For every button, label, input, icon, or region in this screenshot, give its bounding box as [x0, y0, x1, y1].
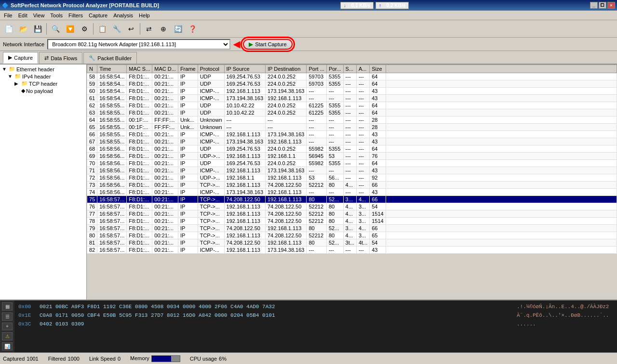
table-cell: 70 — [87, 160, 97, 167]
menu-edit[interactable]: Edit — [15, 12, 30, 19]
menu-capture[interactable]: Capture — [86, 12, 110, 19]
table-row[interactable]: 7916:58:57...F8:D1:...00:21:...IPTCP->..… — [87, 225, 617, 232]
table-cell: 00:21:... — [152, 210, 178, 218]
help-button[interactable]: ❓ — [186, 22, 199, 36]
table-cell: 66 — [370, 196, 386, 203]
hex-icon-2[interactable]: ☰ — [2, 312, 13, 321]
table-row[interactable]: 8016:58:57...F8:D1:...00:21:...IPTCP->..… — [87, 232, 617, 239]
table-row[interactable]: 7616:58:57...F8:D1:...00:21:...IPTCP->..… — [87, 203, 617, 210]
hex-icon-1[interactable]: ▦ — [2, 302, 13, 311]
table-cell: 72 — [87, 174, 97, 182]
col-ipsrc[interactable]: IP Source — [224, 65, 265, 73]
new-button[interactable]: 📄 — [2, 22, 15, 36]
details-button[interactable]: 📋 — [95, 22, 109, 36]
table-cell: IP — [178, 160, 198, 167]
open-button[interactable]: 📂 — [16, 22, 30, 36]
table-row[interactable]: 6016:58:54...F8:D1:...00:21:...IPICMP-..… — [87, 88, 617, 95]
col-protocol[interactable]: Protocol — [198, 65, 224, 73]
table-cell: 65 — [87, 124, 97, 131]
network-interface-select[interactable]: Broadcom 802.11g Network Adapter [192.16… — [47, 39, 230, 50]
table-cell — [386, 131, 617, 138]
table-row[interactable]: 8216:58:57...F8:D1:...00:21:...IPICMP-..… — [87, 247, 617, 254]
table-row[interactable]: 7416:58:56...F8:D1:...00:21:...IPICMP-..… — [87, 189, 617, 196]
col-port2[interactable]: Por... — [326, 65, 343, 73]
menu-help[interactable]: Help — [136, 12, 153, 19]
stop-button[interactable]: ⊕ — [157, 22, 170, 36]
table-cell: F8:D1:... — [127, 95, 152, 102]
table-row[interactable]: 7116:58:56...F8:D1:...00:21:...IPICMP-..… — [87, 167, 617, 174]
hex-icon-3[interactable]: + — [2, 323, 13, 331]
memory-label: Memory — [130, 355, 149, 362]
status-captured: Captured 1001 — [3, 356, 39, 362]
tab-data-flows[interactable]: ⇄ Data Flows — [39, 52, 82, 64]
menu-view[interactable]: View — [30, 12, 48, 19]
col-s[interactable]: S... — [343, 65, 356, 73]
table-row[interactable]: 5816:58:54...F8:D1:...00:21:...IPUDP169.… — [87, 73, 617, 80]
tab-packet-builder[interactable]: 🔧 Packet Builder — [83, 52, 137, 64]
table-row[interactable]: 6416:58:55...00:1F:...FF:FF:...Unk...Unk… — [87, 117, 617, 124]
table-cell: 192.168.1.1 — [266, 153, 307, 160]
table-row[interactable]: 6316:58:55...F8:D1:...00:21:...IPUDP10.1… — [87, 109, 617, 117]
tab-capture[interactable]: ▶ Capture — [3, 52, 38, 64]
col-ipdst[interactable]: IP Destination — [266, 65, 307, 73]
cpu-value: 6% — [219, 356, 227, 362]
tree-item-ipv4[interactable]: ▼ 📁 IPv4 header — [1, 73, 85, 80]
table-cell: 224.0.0.252 — [266, 80, 307, 88]
wrench-button[interactable]: 🔧 — [110, 22, 123, 36]
table-cell: IP — [178, 145, 198, 153]
start-capture-button[interactable]: ▶ Start Capture — [243, 39, 292, 50]
tree-item-tcp[interactable]: ▶ 📁 TCP header — [1, 80, 85, 87]
packet-table-container[interactable]: N Time MAC S... MAC D... Frame Protocol … — [87, 65, 617, 299]
refresh-button[interactable]: 🔄 — [171, 22, 185, 36]
reload-button[interactable]: ↩ — [124, 22, 138, 36]
table-row[interactable]: 6216:58:55...F8:D1:...00:21:...IPUDP10.1… — [87, 102, 617, 109]
menu-tools[interactable]: Tools — [47, 12, 66, 19]
col-time[interactable]: Time — [97, 65, 127, 73]
table-cell: --- — [326, 124, 343, 131]
table-row[interactable]: 5916:58:54...F8:D1:...00:21:...IPUDP169.… — [87, 80, 617, 88]
tree-item-ethernet[interactable]: ▼ 📁 Ethernet header — [1, 65, 85, 73]
table-row[interactable]: 6116:58:54...F8:D1:...00:21:...IPICMP-..… — [87, 95, 617, 102]
table-row[interactable]: 6616:58:55...F8:D1:...00:21:...IPICMP-..… — [87, 131, 617, 138]
search-button[interactable]: 🔍 — [49, 22, 62, 36]
table-row[interactable]: 8116:58:57...F8:D1:...00:21:...IPTCP->..… — [87, 239, 617, 247]
table-row[interactable]: 7716:58:57...F8:D1:...00:21:...IPTCP->..… — [87, 210, 617, 218]
table-row[interactable]: 7016:58:56...F8:D1:...00:21:...IPUDP169.… — [87, 160, 617, 167]
table-cell: 78 — [87, 218, 97, 225]
tree-item-no-payload[interactable]: ◆ No payload — [1, 87, 85, 94]
table-cell: 54 — [370, 239, 386, 247]
menu-file[interactable]: File — [1, 12, 15, 19]
restore-button[interactable]: ⧠ — [599, 2, 606, 9]
table-row[interactable]: 7216:58:56...F8:D1:...00:21:...IPUDP->..… — [87, 174, 617, 182]
menu-analysis[interactable]: Analysis — [110, 12, 136, 19]
table-row[interactable]: 6916:58:56...F8:D1:...00:21:...IPUDP->..… — [87, 153, 617, 160]
table-cell: --- — [343, 102, 356, 109]
hex-icon-5[interactable]: 📊 — [2, 342, 13, 351]
table-cell: 192.168.1.113 — [224, 182, 265, 189]
filter2-button[interactable]: ⚙ — [78, 22, 91, 36]
table-cell: 71 — [87, 167, 97, 174]
col-n[interactable]: N — [87, 65, 97, 73]
close-button[interactable]: × — [607, 2, 615, 9]
col-frame[interactable]: Frame — [178, 65, 198, 73]
col-size[interactable]: Size — [370, 65, 386, 73]
col-macd[interactable]: MAC D... — [152, 65, 178, 73]
menu-filters[interactable]: Filters — [66, 12, 86, 19]
col-macs[interactable]: MAC S... — [127, 65, 152, 73]
col-a[interactable]: A... — [356, 65, 369, 73]
table-row[interactable]: 7516:58:57...F8:D1:...00:21:...IPTCP->..… — [87, 196, 617, 203]
minimize-button[interactable]: _ — [590, 2, 598, 9]
table-row[interactable]: 7816:58:57...F8:D1:...00:21:...IPTCP->..… — [87, 218, 617, 225]
table-row[interactable]: 6816:58:56...F8:D1:...00:21:...IPUDP169.… — [87, 145, 617, 153]
table-cell: IP — [178, 239, 198, 247]
play-button[interactable]: ⇄ — [142, 22, 156, 36]
hex-icon-4[interactable]: ⚠ — [2, 332, 13, 340]
table-row[interactable]: 6716:58:55...F8:D1:...00:21:...IPICMP-..… — [87, 138, 617, 145]
col-port1[interactable]: Port ... — [307, 65, 326, 73]
titlebar-left: 🔷 SoftPerfect Network Protocol Analyzer … — [2, 2, 159, 9]
filter-button[interactable]: 🔽 — [63, 22, 77, 36]
table-row[interactable]: 6516:58:55...00:1F:...FF:FF:...Unk...Unk… — [87, 124, 617, 131]
table-cell: IP — [178, 232, 198, 239]
table-row[interactable]: 7316:58:56...F8:D1:...00:21:...IPTCP->..… — [87, 182, 617, 189]
save-button[interactable]: 💾 — [31, 22, 44, 36]
